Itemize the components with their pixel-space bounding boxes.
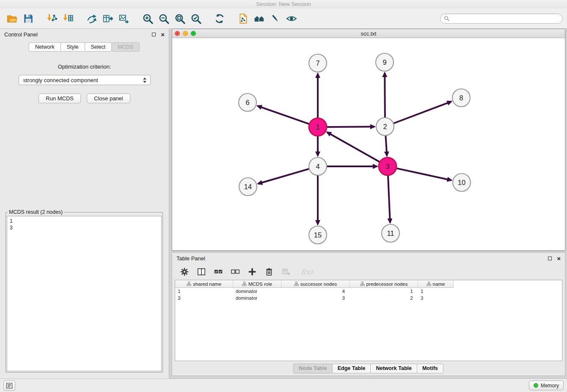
- close-panel-button[interactable]: Close panel: [87, 94, 130, 103]
- tab-style[interactable]: Style: [61, 42, 85, 52]
- open-session-button[interactable]: [4, 10, 20, 27]
- share-network-button[interactable]: [84, 10, 100, 27]
- graph-node-15[interactable]: 15: [309, 226, 327, 244]
- search-input[interactable]: [451, 16, 559, 22]
- graph-node-10[interactable]: 10: [453, 174, 471, 191]
- import-table-button[interactable]: [60, 10, 76, 27]
- close-table-panel-icon[interactable]: ×: [557, 255, 561, 262]
- svg-text:10: 10: [458, 179, 465, 186]
- deselect-all-rows-button[interactable]: [230, 266, 241, 277]
- table-cell[interactable]: 3: [418, 295, 454, 301]
- delete-table-button[interactable]: [281, 266, 292, 277]
- run-mcds-button[interactable]: Run MCDS: [39, 94, 81, 103]
- graph-node-14[interactable]: 14: [239, 178, 257, 196]
- split-columns-button[interactable]: [196, 266, 207, 277]
- svg-text:11: 11: [387, 229, 394, 237]
- graph-edge-1-6[interactable]: [258, 106, 311, 124]
- zoom-out-button[interactable]: [156, 10, 172, 27]
- tab-edge-table[interactable]: Edge Table: [332, 364, 371, 373]
- export-image-button[interactable]: [116, 10, 132, 27]
- graph-node-3[interactable]: 3: [379, 157, 396, 175]
- table-row[interactable]: 1dominator411: [175, 288, 562, 295]
- graph-node-8[interactable]: 8: [452, 89, 470, 107]
- graph-node-4[interactable]: 4: [309, 157, 327, 175]
- graph-node-11[interactable]: 11: [382, 224, 399, 242]
- table-cell[interactable]: 3: [281, 295, 350, 301]
- close-window-icon[interactable]: ×: [175, 31, 180, 36]
- zoom-window-icon[interactable]: +: [191, 31, 196, 36]
- table-cell[interactable]: 1: [175, 288, 233, 295]
- network-canvas[interactable]: 7968124314101511: [172, 38, 565, 250]
- zoom-in-button[interactable]: [140, 10, 156, 27]
- import-network-icon: [47, 13, 58, 24]
- float-panel-icon[interactable]: [152, 33, 156, 36]
- table-cell[interactable]: dominator: [233, 295, 281, 301]
- column-header-shared-name[interactable]: shared name: [175, 280, 233, 288]
- tab-network-table[interactable]: Network Table: [370, 364, 417, 373]
- table-cell[interactable]: dominator: [233, 288, 281, 295]
- table-cell[interactable]: 4: [281, 288, 350, 295]
- mcds-result-list[interactable]: 13: [7, 216, 162, 371]
- column-header-successor-nodes[interactable]: successor nodes: [281, 280, 350, 288]
- open-folder-icon: [7, 13, 18, 24]
- table-settings-button[interactable]: [179, 266, 190, 277]
- tab-motifs[interactable]: Motifs: [417, 364, 443, 373]
- column-header-name[interactable]: name: [418, 280, 454, 288]
- column-header-label: successor nodes: [300, 282, 337, 287]
- zoom-selected-button[interactable]: [188, 10, 204, 27]
- column-header-label: shared name: [193, 282, 221, 287]
- memory-status-button[interactable]: Memory: [529, 381, 564, 390]
- svg-text:4: 4: [316, 163, 319, 170]
- close-panel-icon[interactable]: ×: [161, 31, 165, 38]
- column-sort-icon: [294, 282, 299, 286]
- export-table-button[interactable]: [100, 10, 116, 27]
- table-cell[interactable]: 2: [350, 295, 418, 301]
- graph-node-9[interactable]: 9: [376, 53, 394, 71]
- tab-mcds[interactable]: MCDS: [111, 42, 140, 52]
- table-cell[interactable]: 1: [418, 288, 454, 295]
- zoom-fit-button[interactable]: [172, 10, 188, 27]
- result-item[interactable]: 3: [10, 224, 159, 231]
- network-window-titlebar: × − + scc.txt: [172, 29, 565, 38]
- style-pen-button[interactable]: [267, 10, 284, 27]
- graph-node-7[interactable]: 7: [309, 54, 327, 72]
- graph-edge-2-9[interactable]: [385, 73, 385, 119]
- result-item[interactable]: 1: [10, 218, 159, 224]
- tab-node-table[interactable]: Node Table: [293, 364, 332, 373]
- graph-node-2[interactable]: 2: [376, 118, 394, 135]
- network-graph[interactable]: 7968124314101511: [172, 38, 565, 250]
- save-session-button[interactable]: [20, 10, 36, 27]
- table-row[interactable]: 3dominator323: [175, 295, 562, 301]
- criterion-select[interactable]: strongly connected component: [19, 75, 151, 85]
- table-cell[interactable]: 3: [175, 295, 233, 301]
- delete-column-trash-icon: [264, 267, 274, 276]
- float-table-panel-icon[interactable]: [548, 257, 552, 260]
- graph-node-1[interactable]: 1: [309, 118, 327, 136]
- graph-edge-4-14[interactable]: [258, 168, 311, 184]
- task-history-button[interactable]: [3, 381, 15, 391]
- column-header-predecessor-nodes[interactable]: predecessor nodes: [350, 280, 418, 288]
- minimize-window-icon[interactable]: −: [183, 31, 188, 36]
- graph-edge-3-1[interactable]: [327, 132, 381, 163]
- column-header-MCDS-role[interactable]: MCDS role: [233, 280, 281, 288]
- table-cell[interactable]: 1: [350, 288, 418, 295]
- graph-edge-3-10[interactable]: [395, 168, 451, 180]
- delete-column-button[interactable]: [264, 266, 275, 277]
- refresh-layout-button[interactable]: [212, 10, 228, 27]
- tab-select[interactable]: Select: [85, 42, 112, 52]
- select-all-rows-button[interactable]: [213, 266, 224, 277]
- function-builder-button[interactable]: f(x): [297, 266, 316, 277]
- import-network-button[interactable]: [44, 10, 60, 27]
- search-box[interactable]: [440, 14, 563, 24]
- svg-text:15: 15: [314, 231, 322, 239]
- graph-node-6[interactable]: 6: [239, 94, 256, 111]
- first-neighbors-button[interactable]: [235, 10, 251, 27]
- graph-edge-1-2[interactable]: [325, 127, 374, 127]
- show-details-button[interactable]: [284, 10, 300, 27]
- graph-edge-2-3[interactable]: [385, 134, 387, 156]
- network-overview-button[interactable]: [251, 10, 267, 27]
- tab-network[interactable]: Network: [29, 42, 61, 52]
- graph-edge-2-8[interactable]: [392, 102, 451, 124]
- graph-edge-3-11[interactable]: [388, 174, 390, 223]
- add-column-button[interactable]: [247, 266, 258, 277]
